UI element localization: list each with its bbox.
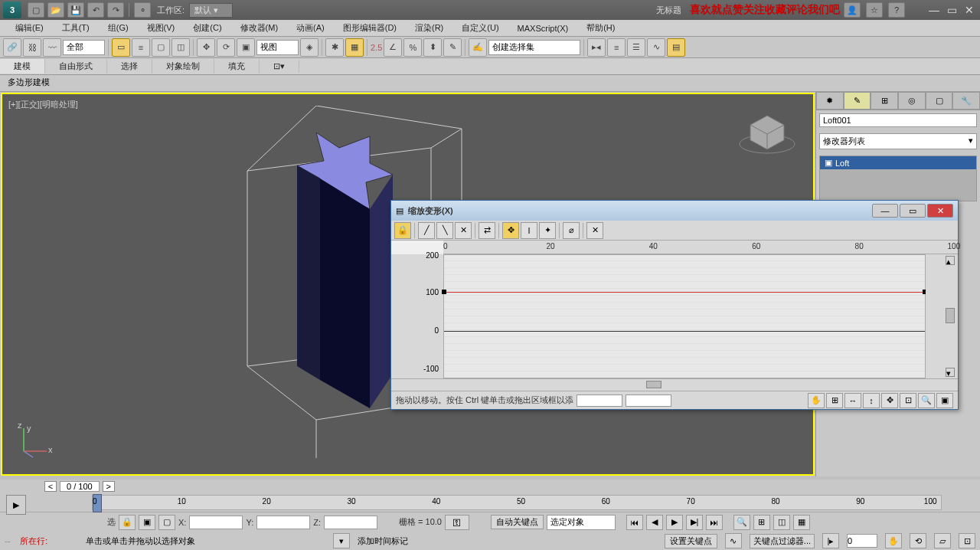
zoom-vert-icon[interactable]: ↕ xyxy=(863,393,880,408)
unlink-tool-icon[interactable]: ⛓ xyxy=(23,38,41,57)
manip-icon[interactable]: ✱ xyxy=(325,38,344,57)
swap-icon[interactable]: ⇄ xyxy=(479,222,495,239)
move-tool-icon[interactable]: ✥ xyxy=(197,38,215,57)
ribbon-model[interactable]: 建模 xyxy=(0,59,45,74)
app-icon[interactable]: 3 xyxy=(3,2,21,18)
nav-zoom-all-icon[interactable]: ⊞ xyxy=(753,515,770,530)
time-prev-icon[interactable]: < xyxy=(44,481,57,492)
graph-point-start[interactable] xyxy=(442,290,446,294)
nav-zoom-icon[interactable]: 🔍 xyxy=(733,515,750,530)
play-icon[interactable]: ▶ xyxy=(666,515,683,530)
x-field[interactable] xyxy=(189,516,243,529)
timeline-ruler[interactable]: 0 10 20 30 40 50 60 70 80 90 100 xyxy=(92,495,942,510)
modal-max-icon[interactable]: ▭ xyxy=(900,204,926,218)
filter-combo[interactable]: 全部 xyxy=(63,40,105,55)
graph-vscroll[interactable]: ▴ ▾ xyxy=(926,254,958,378)
favorite-icon[interactable]: ☆ xyxy=(866,2,883,18)
nav-fov-icon[interactable]: ▱ xyxy=(934,533,951,548)
utility-tab-icon[interactable]: 🔧 xyxy=(952,92,980,110)
key-mode-combo[interactable]: 选定对象 xyxy=(547,515,616,530)
schematic-icon[interactable]: ▤ xyxy=(667,38,685,57)
zoom-fit-icon[interactable]: ▣ xyxy=(936,393,953,408)
expand-icon[interactable]: ▣ xyxy=(825,158,832,168)
goto-start-icon[interactable]: ⏮ xyxy=(626,515,643,530)
scale-point-icon[interactable]: I xyxy=(521,222,537,239)
modal-y-field[interactable] xyxy=(626,394,671,407)
zoom-tool-icon[interactable]: 🔍 xyxy=(918,393,935,408)
time-next-icon[interactable]: > xyxy=(103,481,115,492)
modal-min-icon[interactable]: — xyxy=(872,204,898,218)
align-icon[interactable]: ≡ xyxy=(607,38,626,57)
menu-anim[interactable]: 动画(A) xyxy=(287,21,334,35)
move-point-icon[interactable]: ✥ xyxy=(502,222,519,239)
modal-close-icon[interactable]: ✕ xyxy=(927,204,953,218)
object-name-field[interactable] xyxy=(819,113,977,127)
maximize-icon[interactable]: ▭ xyxy=(944,3,959,17)
ribbon-sub[interactable]: 多边形建模 xyxy=(0,75,980,92)
ribbon-expand-icon[interactable]: ⊡▾ xyxy=(260,60,299,73)
add-marker-label[interactable]: 添加时间标记 xyxy=(358,535,408,547)
close-icon[interactable]: ✕ xyxy=(962,3,977,17)
hscroll-thumb[interactable] xyxy=(646,381,662,388)
hierarchy-tab-icon[interactable]: ⊞ xyxy=(871,92,898,110)
select-tool-icon[interactable]: ▭ xyxy=(112,38,130,57)
open-icon[interactable]: 📂 xyxy=(47,2,64,18)
viewport-label[interactable]: [+][正交][明暗处理] xyxy=(8,99,78,110)
scroll-up-icon[interactable]: ▴ xyxy=(946,256,955,265)
window-cross-icon[interactable]: ◫ xyxy=(172,38,190,57)
menu-custom[interactable]: 自定义(U) xyxy=(452,21,508,35)
zoom-region-icon[interactable]: ⊡ xyxy=(900,393,916,408)
keyfilter-button[interactable]: 关键点过滤器... xyxy=(750,534,815,548)
pivot-icon[interactable]: ◈ xyxy=(300,38,318,57)
workspace-combo[interactable]: 默认 ▾ xyxy=(189,3,233,18)
graph-area[interactable]: 0 20 40 60 80 100 200 100 0 -100 ▴ ▾ xyxy=(391,241,958,378)
link-tool-icon[interactable]: 🔗 xyxy=(3,38,21,57)
frame-field[interactable] xyxy=(847,534,877,548)
signin-icon[interactable]: 👤 xyxy=(844,2,861,18)
nav-pan-icon[interactable]: ✋ xyxy=(885,533,902,548)
nav-orbit-icon[interactable]: ⟲ xyxy=(910,533,926,548)
ribbon-paint[interactable]: 对象绘制 xyxy=(152,59,214,74)
snap-icon[interactable]: ▦ xyxy=(345,38,364,57)
symmetry-icon[interactable]: 🔒 xyxy=(394,222,411,239)
help-icon[interactable]: ? xyxy=(888,2,905,18)
save-icon[interactable]: 💾 xyxy=(67,2,84,18)
display-tab-icon[interactable]: ▢ xyxy=(926,92,953,110)
redo-icon[interactable]: ↷ xyxy=(107,2,124,18)
time-config-icon[interactable]: |▸ xyxy=(822,533,839,548)
ribbon-select[interactable]: 选择 xyxy=(107,59,152,74)
ribbon-freeform[interactable]: 自由形式 xyxy=(45,59,107,74)
graph-canvas[interactable] xyxy=(443,254,926,378)
pan-graph-icon[interactable]: ✋ xyxy=(808,393,825,408)
ribbon-fill[interactable]: 填充 xyxy=(214,59,260,74)
insert-point-icon[interactable]: ✦ xyxy=(539,222,556,239)
sel-lock-icon[interactable]: ▢ xyxy=(158,515,175,530)
reset-icon[interactable]: ✕ xyxy=(586,222,603,239)
menu-group[interactable]: 组(G) xyxy=(99,21,138,35)
menu-maxscript[interactable]: MAXScript(X) xyxy=(508,22,578,34)
modify-tab-icon[interactable]: ✎ xyxy=(844,92,871,110)
display-y-icon[interactable]: ╲ xyxy=(436,222,453,239)
rect-region-icon[interactable]: ▢ xyxy=(152,38,170,57)
modifier-list-combo[interactable]: 修改器列表▾ xyxy=(819,133,977,149)
isolate-icon[interactable]: ▣ xyxy=(139,515,155,530)
modifier-stack[interactable]: ▣Loft xyxy=(819,156,977,201)
modal-x-field[interactable] xyxy=(577,394,622,407)
mirror-icon[interactable]: ▸◂ xyxy=(587,38,606,57)
menu-modifier[interactable]: 修改器(M) xyxy=(231,21,288,35)
menu-create[interactable]: 创建(C) xyxy=(184,21,230,35)
nav-max-icon[interactable]: ◫ xyxy=(773,515,790,530)
display-x-icon[interactable]: ╱ xyxy=(418,222,435,239)
link-icon[interactable]: ⚬ xyxy=(134,2,151,18)
bind-tool-icon[interactable]: 〰 xyxy=(43,38,61,57)
scale-tool-icon[interactable]: ▣ xyxy=(237,38,255,57)
scroll-down-icon[interactable]: ▾ xyxy=(946,368,955,377)
angle-snap-icon[interactable]: ∠ xyxy=(384,38,402,57)
motion-tab-icon[interactable]: ◎ xyxy=(898,92,926,110)
key-curve-icon[interactable]: ∿ xyxy=(725,533,742,548)
y-field[interactable] xyxy=(256,516,310,529)
menu-graph[interactable]: 图形编辑器(D) xyxy=(334,21,406,35)
autokey-button[interactable]: 自动关键点 xyxy=(491,515,544,529)
curve-editor-icon[interactable]: ∿ xyxy=(647,38,665,57)
ref-coord-combo[interactable]: 视图 xyxy=(256,40,299,55)
